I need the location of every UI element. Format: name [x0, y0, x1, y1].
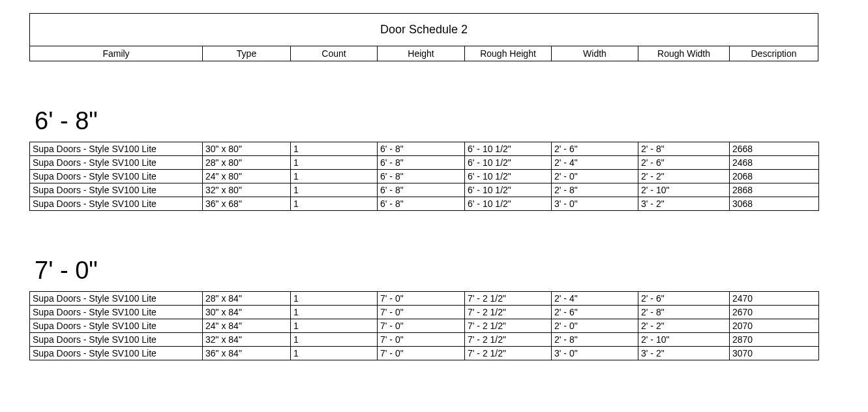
table-cell: 2' - 10": [638, 183, 730, 197]
table-cell: 1: [291, 142, 378, 156]
table-row: Supa Doors - Style SV100 Lite24" x 84"17…: [30, 319, 819, 333]
table-row: Supa Doors - Style SV100 Lite30" x 84"17…: [30, 306, 819, 319]
table-cell: 6' - 8": [378, 197, 465, 211]
table-cell: 7' - 0": [378, 333, 465, 347]
table-cell: 6' - 10 1/2": [465, 142, 552, 156]
table-cell: 2070: [730, 319, 819, 333]
table-cell: 6' - 8": [378, 183, 465, 197]
table-cell: 7' - 2 1/2": [465, 306, 552, 319]
data-table: Supa Doors - Style SV100 Lite30" x 80"16…: [29, 142, 819, 211]
col-header-description: Description: [730, 46, 818, 61]
table-cell: 7' - 0": [378, 306, 465, 319]
group-heading: 6' - 8": [29, 107, 839, 135]
col-header-width: Width: [552, 46, 638, 61]
schedule-title: Door Schedule 2: [30, 14, 818, 46]
col-header-count: Count: [291, 46, 378, 61]
table-cell: Supa Doors - Style SV100 Lite: [30, 197, 203, 211]
table-cell: 3070: [730, 347, 819, 360]
table-cell: 7' - 0": [378, 292, 465, 306]
table-row: Supa Doors - Style SV100 Lite30" x 80"16…: [30, 142, 819, 156]
schedule-header: Door Schedule 2 Family Type Count Height…: [29, 13, 818, 61]
table-cell: 28" x 80": [203, 156, 291, 170]
table-cell: 7' - 0": [378, 319, 465, 333]
table-cell: 3068: [730, 197, 819, 211]
table-cell: 2' - 2": [638, 319, 730, 333]
table-cell: 2' - 4": [552, 156, 638, 170]
table-cell: 2668: [730, 142, 819, 156]
table-cell: 6' - 10 1/2": [465, 170, 552, 183]
table-cell: 7' - 2 1/2": [465, 333, 552, 347]
table-cell: 2' - 8": [552, 183, 638, 197]
table-cell: 2' - 6": [638, 156, 730, 170]
table-row: Supa Doors - Style SV100 Lite24" x 80"16…: [30, 170, 819, 183]
table-cell: 7' - 2 1/2": [465, 347, 552, 360]
table-cell: 2' - 2": [638, 170, 730, 183]
table-cell: 1: [291, 156, 378, 170]
table-cell: 6' - 10 1/2": [465, 197, 552, 211]
table-cell: 3' - 0": [552, 197, 638, 211]
col-header-type: Type: [203, 46, 291, 61]
table-cell: Supa Doors - Style SV100 Lite: [30, 183, 203, 197]
table-cell: Supa Doors - Style SV100 Lite: [30, 142, 203, 156]
table-cell: 2' - 8": [638, 142, 730, 156]
table-row: Supa Doors - Style SV100 Lite28" x 80"16…: [30, 156, 819, 170]
col-header-rough-height: Rough Height: [465, 46, 552, 61]
column-headers: Family Type Count Height Rough Height Wi…: [30, 46, 818, 61]
table-cell: 2' - 6": [552, 142, 638, 156]
schedule-body: 6' - 8"Supa Doors - Style SV100 Lite30" …: [29, 107, 839, 360]
table-cell: 1: [291, 306, 378, 319]
table-cell: 6' - 8": [378, 156, 465, 170]
table-cell: 36" x 68": [203, 197, 291, 211]
table-cell: 2068: [730, 170, 819, 183]
table-cell: 1: [291, 319, 378, 333]
table-cell: 1: [291, 333, 378, 347]
table-cell: Supa Doors - Style SV100 Lite: [30, 306, 203, 319]
table-cell: 32" x 80": [203, 183, 291, 197]
table-cell: 3' - 0": [552, 347, 638, 360]
table-cell: Supa Doors - Style SV100 Lite: [30, 319, 203, 333]
table-row: Supa Doors - Style SV100 Lite28" x 84"17…: [30, 292, 819, 306]
table-cell: 2870: [730, 333, 819, 347]
table-cell: Supa Doors - Style SV100 Lite: [30, 156, 203, 170]
table-cell: 30" x 84": [203, 306, 291, 319]
table-cell: 2' - 10": [638, 333, 730, 347]
table-row: Supa Doors - Style SV100 Lite32" x 84"17…: [30, 333, 819, 347]
table-cell: 2' - 6": [638, 292, 730, 306]
table-cell: 1: [291, 170, 378, 183]
table-cell: 1: [291, 292, 378, 306]
table-cell: 24" x 84": [203, 319, 291, 333]
table-cell: 1: [291, 347, 378, 360]
table-cell: 3' - 2": [638, 347, 730, 360]
table-cell: 24" x 80": [203, 170, 291, 183]
table-cell: 30" x 80": [203, 142, 291, 156]
table-cell: Supa Doors - Style SV100 Lite: [30, 170, 203, 183]
table-cell: 1: [291, 183, 378, 197]
table-cell: 3' - 2": [638, 197, 730, 211]
col-header-family: Family: [30, 46, 203, 61]
group-heading: 7' - 0": [29, 257, 839, 285]
table-cell: 36" x 84": [203, 347, 291, 360]
table-cell: 2' - 6": [552, 306, 638, 319]
table-cell: Supa Doors - Style SV100 Lite: [30, 333, 203, 347]
table-cell: Supa Doors - Style SV100 Lite: [30, 292, 203, 306]
table-cell: 2' - 8": [552, 333, 638, 347]
table-cell: Supa Doors - Style SV100 Lite: [30, 347, 203, 360]
table-cell: 7' - 2 1/2": [465, 319, 552, 333]
schedule-group: 7' - 0"Supa Doors - Style SV100 Lite28" …: [29, 257, 839, 360]
table-cell: 2' - 4": [552, 292, 638, 306]
schedule-group: 6' - 8"Supa Doors - Style SV100 Lite30" …: [29, 107, 839, 211]
col-header-rough-width: Rough Width: [638, 46, 730, 61]
table-cell: 2468: [730, 156, 819, 170]
table-cell: 6' - 8": [378, 142, 465, 156]
table-cell: 2868: [730, 183, 819, 197]
table-cell: 28" x 84": [203, 292, 291, 306]
table-cell: 6' - 10 1/2": [465, 183, 552, 197]
data-table: Supa Doors - Style SV100 Lite28" x 84"17…: [29, 291, 819, 360]
table-cell: 1: [291, 197, 378, 211]
col-header-height: Height: [378, 46, 465, 61]
table-cell: 2' - 0": [552, 170, 638, 183]
table-cell: 2670: [730, 306, 819, 319]
table-cell: 6' - 10 1/2": [465, 156, 552, 170]
table-cell: 32" x 84": [203, 333, 291, 347]
table-cell: 2' - 0": [552, 319, 638, 333]
